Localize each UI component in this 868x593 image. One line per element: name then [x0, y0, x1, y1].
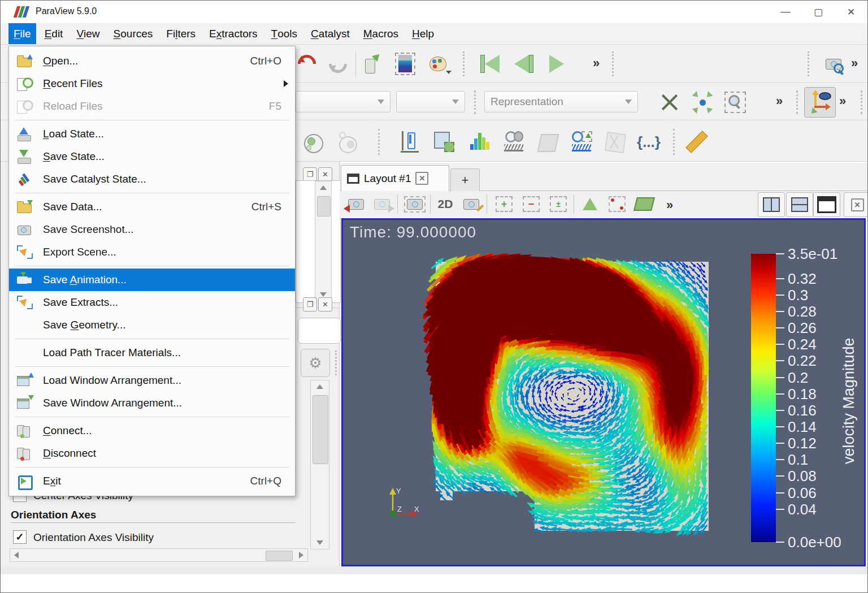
plot-over-line-button[interactable] — [396, 129, 424, 155]
tab-layout-1[interactable]: Layout #1 ✕ — [341, 165, 449, 191]
glyph-icon — [304, 132, 324, 152]
programmable-filter-button[interactable]: {...} — [633, 129, 664, 155]
color-by-combo[interactable] — [296, 91, 390, 112]
toggle-2d-button[interactable]: 2D — [433, 193, 457, 215]
component-combo[interactable] — [396, 91, 465, 112]
camera-overflow-icon[interactable]: » — [776, 94, 782, 109]
properties-scrollbar[interactable] — [310, 380, 329, 549]
view-toolbar-overflow-icon[interactable]: » — [666, 198, 672, 213]
menu-item-save-catalyst-state[interactable]: Save Catalyst State... — [9, 168, 295, 191]
menu-item-save-screenshot[interactable]: Save Screenshot... — [9, 218, 295, 241]
tab-close-icon[interactable]: ✕ — [415, 172, 428, 185]
minimize-button[interactable]: — — [769, 1, 802, 23]
close-button[interactable]: ✕ — [835, 1, 867, 23]
camera-redo-button[interactable] — [370, 193, 394, 215]
menu-item-open[interactable]: Open...Ctrl+O — [9, 50, 295, 72]
select-block-button[interactable] — [632, 193, 656, 215]
split-vertical-button[interactable] — [786, 192, 813, 217]
ruler-button[interactable] — [681, 128, 713, 156]
maximize-view-button[interactable] — [813, 192, 840, 217]
menu-item-save-extracts[interactable]: Save Extracts... — [9, 291, 295, 314]
properties-gear-button[interactable]: ⚙ — [301, 349, 330, 377]
menu-item-save-animation[interactable]: Save Animation... — [9, 269, 295, 291]
redo-button[interactable] — [326, 53, 350, 75]
menubar-item-catalyst[interactable]: Catalyst — [306, 23, 355, 44]
toolbar-overflow-icon[interactable]: » — [593, 56, 598, 71]
menu-item-save-window-arrangement[interactable]: Save Window Arrangement... — [9, 392, 295, 414]
properties-search-input[interactable] — [298, 318, 341, 344]
menu-item-reload-files[interactable]: Reload FilesF5 — [9, 95, 295, 118]
menubar-item-filters[interactable]: Filters — [161, 23, 201, 44]
camera-undo-button[interactable] — [344, 193, 368, 215]
pipeline-scrollbar[interactable] — [315, 181, 332, 301]
select-polygon-points-button[interactable] — [605, 193, 629, 215]
select-points-on-button[interactable]: − — [519, 193, 543, 215]
splitter-strip[interactable] — [1, 566, 868, 575]
menu-item-save-data[interactable]: Save Data...Ctrl+S — [9, 196, 295, 218]
select-cells-through-button[interactable]: ± — [546, 193, 570, 215]
histogram-button[interactable] — [465, 127, 494, 156]
maximize-button[interactable]: ▢ — [802, 1, 835, 23]
play-button[interactable] — [542, 51, 571, 76]
edit-colormap-button[interactable] — [392, 51, 419, 76]
extract-selection-button[interactable] — [430, 129, 458, 155]
menu-item-disconnect[interactable]: Disconnect — [9, 442, 295, 465]
pipeline-undock-button[interactable]: ❐ — [303, 167, 317, 181]
properties-close-button[interactable]: ✕ — [318, 297, 332, 311]
menu-item-recent-files[interactable]: Recent Files — [9, 72, 295, 95]
menubar-item-tools[interactable]: Tools — [266, 23, 302, 44]
render-view[interactable]: Time: 99.000000 3.5e-010.320.30.280.260.… — [341, 218, 866, 566]
axes-overflow-icon[interactable]: » — [839, 94, 845, 109]
glyph-filter-button[interactable] — [300, 129, 328, 155]
pipeline-close-button[interactable]: ✕ — [318, 167, 332, 181]
panel-hscrollbar[interactable] — [10, 548, 308, 562]
menubar-item-edit[interactable]: Edit — [40, 23, 68, 44]
adjust-camera-button[interactable] — [459, 193, 483, 215]
menubar-item-extractors[interactable]: Extractors — [204, 23, 263, 44]
menu-item-save-state[interactable]: Save State... — [9, 145, 295, 168]
first-frame-button[interactable] — [474, 51, 506, 76]
glyph2-filter-button[interactable] — [334, 129, 362, 155]
menu-item-exit[interactable]: ExitCtrl+Q — [9, 470, 295, 492]
camera-magnifier-icon — [826, 59, 841, 70]
disconnect-icon — [16, 445, 34, 461]
camera-redo-icon — [374, 199, 390, 210]
menubar-item-sources[interactable]: Sources — [108, 23, 158, 44]
properties-undock-button[interactable]: ❐ — [303, 297, 317, 311]
menu-item-export-scene[interactable]: Export Scene... — [9, 241, 295, 263]
plot-on-sorted-lines-button[interactable] — [534, 129, 562, 155]
plot-over-time-button[interactable] — [500, 129, 528, 155]
undo-button[interactable] — [294, 53, 319, 75]
previous-frame-button[interactable] — [508, 51, 540, 76]
menubar-item-view[interactable]: View — [71, 23, 105, 44]
orientation-axes-checkbox[interactable]: ✓ — [13, 530, 27, 544]
zoom-to-box-button[interactable] — [722, 90, 749, 114]
glyph-3d-button[interactable] — [601, 129, 629, 155]
menu-item-load-window-arrangement[interactable]: Load Window Arrangement... — [9, 369, 295, 392]
capture-screenshot-button[interactable] — [403, 193, 427, 215]
export-scene-button[interactable] — [360, 51, 387, 76]
representation-combo[interactable]: Representation — [484, 91, 638, 112]
new-layout-tab[interactable]: + — [450, 168, 480, 192]
axes-eye-icon — [810, 92, 830, 112]
menubar-item-file[interactable]: File — [8, 23, 36, 44]
menu-item-load-path-tracer-materials[interactable]: Load Path Tracer Materials... — [9, 341, 295, 364]
tab-label: Layout #1 — [364, 172, 411, 185]
plot-selection-over-time-button[interactable] — [568, 129, 596, 155]
zoom-to-data-button[interactable] — [689, 90, 716, 114]
toolbar-overflow-icon-2[interactable]: » — [851, 56, 857, 71]
color-palette-button[interactable] — [423, 51, 453, 76]
select-cells-on-button[interactable]: + — [492, 193, 516, 215]
menu-item-save-geometry[interactable]: Save Geometry... — [9, 314, 295, 336]
select-polygon-cells-button[interactable] — [578, 193, 602, 215]
menu-item-load-state[interactable]: Load State... — [9, 123, 295, 145]
menu-item-connect[interactable]: Connect... — [9, 419, 295, 442]
split-horizontal-button[interactable] — [758, 192, 785, 217]
zoom-screenshot-button[interactable] — [819, 51, 848, 76]
close-view-button[interactable]: ✕ — [844, 192, 868, 217]
menubar-item-help[interactable]: Help — [407, 23, 439, 44]
reset-camera-button[interactable] — [656, 90, 683, 114]
menu-item-label: Save State... — [43, 150, 289, 163]
axes-visibility-toggle[interactable] — [804, 87, 836, 118]
menubar-item-macros[interactable]: Macros — [358, 23, 403, 44]
